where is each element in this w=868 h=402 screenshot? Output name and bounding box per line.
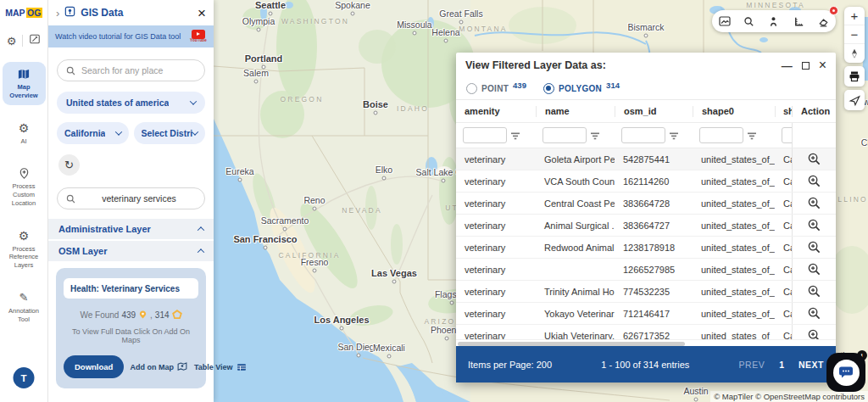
table-row[interactable]: veterinary1266527985united_states_of_...… xyxy=(456,259,836,281)
table-row[interactable]: veterinaryUkiah Veterinary...626717352un… xyxy=(456,325,836,339)
table-view-button[interactable]: Table View xyxy=(194,362,248,372)
maximize-icon[interactable] xyxy=(802,62,810,70)
radio-point-circle[interactable] xyxy=(466,83,477,94)
table-row[interactable]: veterinaryTrinity Animal Ho...774532235u… xyxy=(456,281,836,303)
zoom-to-feature-button[interactable] xyxy=(807,262,821,276)
zoom-to-feature-button[interactable] xyxy=(807,196,821,210)
filter-funnel-icon[interactable] xyxy=(748,128,756,143)
point-marker-icon xyxy=(138,310,147,320)
sidebar-item-ai[interactable]: ⚙AI xyxy=(3,116,46,151)
measure-button[interactable] xyxy=(790,13,807,30)
radio-polygon[interactable]: POLYGON314 xyxy=(543,83,620,94)
add-on-map-button[interactable]: Add on Map xyxy=(130,361,188,372)
mapog-logo[interactable]: MAPOG xyxy=(5,8,42,18)
cell-osm_id: 626717352 xyxy=(615,331,693,340)
keyword-search-input[interactable] xyxy=(81,193,197,204)
sidebar-item-annotation-tool[interactable]: ✎Annotation Tool xyxy=(3,286,46,329)
window-header: View Filtered Layer Data as: — × xyxy=(456,53,836,78)
zoom-to-feature-button[interactable] xyxy=(807,174,821,188)
prev-page-button[interactable]: PREV xyxy=(739,360,765,370)
country-select[interactable]: United states of america xyxy=(57,92,205,114)
pin-plus-icon xyxy=(18,166,31,180)
filter-input-shape0[interactable] xyxy=(699,127,743,143)
gis-data-icon xyxy=(64,5,76,21)
zoom-to-feature-button[interactable] xyxy=(807,328,821,339)
table-row[interactable]: veterinaryYokayo Veterinar...712146417un… xyxy=(456,303,836,325)
column-header-name[interactable]: name xyxy=(536,106,615,117)
radio-point[interactable]: POINT439 xyxy=(466,83,526,94)
chevron-down-icon xyxy=(114,128,121,135)
filter-input-amenity[interactable] xyxy=(463,127,507,143)
user-avatar[interactable]: T xyxy=(14,367,35,388)
sidebar-item-process-custom-location[interactable]: Process Custom Location xyxy=(3,161,46,212)
close-panel-icon[interactable]: × xyxy=(198,6,206,20)
cell-action xyxy=(792,215,836,236)
youtube-icon[interactable]: YouTube xyxy=(190,30,207,43)
zoom-out-button[interactable]: − xyxy=(844,25,865,44)
state-select[interactable]: California xyxy=(57,122,129,144)
radio-count: 439 xyxy=(513,81,526,90)
table-row[interactable]: veterinaryRedwood Animal...1238178918uni… xyxy=(456,237,836,259)
table-row[interactable]: veterinaryCentral Coast Pet...383664728u… xyxy=(456,193,836,215)
cell-shape0: united_states_of_... xyxy=(693,287,775,297)
sidebar-item-label: Process Custom Location xyxy=(3,182,45,207)
current-page-button[interactable]: 1 xyxy=(779,360,784,370)
print-button[interactable] xyxy=(844,66,865,87)
chevron-down-icon xyxy=(192,128,198,135)
scrollbar-thumb[interactable] xyxy=(458,342,685,346)
filter-funnel-icon[interactable] xyxy=(591,128,599,143)
collapse-chevron[interactable]: › xyxy=(56,8,59,19)
filter-funnel-icon[interactable] xyxy=(511,128,520,143)
items-per-page-label: Items per Page: 200 xyxy=(468,360,552,370)
sidebar-item-label: AI xyxy=(20,137,26,146)
feedback-icon[interactable] xyxy=(29,33,41,48)
table-row[interactable]: veterinaryAnimal Surgical ...383664727un… xyxy=(456,215,836,237)
column-header-sh[interactable]: sh xyxy=(775,106,792,117)
download-button[interactable]: Download xyxy=(64,355,124,378)
cell-amenity: veterinary xyxy=(456,265,536,275)
filter-input-osm-id[interactable] xyxy=(621,127,665,143)
layer-name-input[interactable] xyxy=(70,284,192,293)
column-header-amenity[interactable]: amenity xyxy=(456,106,536,117)
cell-action xyxy=(792,281,836,302)
zoom-to-feature-button[interactable] xyxy=(807,240,821,254)
close-icon[interactable]: × xyxy=(819,59,826,72)
cell-shape0: united_states_of_... xyxy=(693,331,775,340)
zoom-to-feature-button[interactable] xyxy=(807,152,821,166)
zoom-to-feature-button[interactable] xyxy=(807,218,821,232)
zoom-to-feature-button[interactable] xyxy=(807,306,821,321)
chat-widget-button[interactable] xyxy=(826,353,865,392)
filter-funnel-icon[interactable] xyxy=(670,128,678,143)
sidebar-item-process-reference-layers[interactable]: ⚙Process Reference Layers xyxy=(3,224,46,275)
locate-button[interactable] xyxy=(844,90,865,110)
compass-button[interactable] xyxy=(844,44,865,63)
table-row[interactable]: veterinaryGoleta Airport Pe...542875441u… xyxy=(456,148,836,170)
horizontal-scrollbar[interactable] xyxy=(456,339,836,346)
districts-select[interactable]: Select Districts xyxy=(134,122,206,144)
map-attribution: © MapTiler © OpenStreetMap contributors xyxy=(710,391,868,402)
zoom-in-button[interactable]: + xyxy=(844,7,865,25)
section-osm-layer[interactable]: OSM Layer xyxy=(48,241,214,261)
filter-input-name[interactable] xyxy=(542,127,587,143)
table-row[interactable]: veterinaryVCA South Count...162114260uni… xyxy=(456,170,836,193)
place-search-input[interactable] xyxy=(81,65,197,75)
search-tool-button[interactable] xyxy=(741,13,758,30)
settings-icon[interactable]: ⚙ xyxy=(7,36,17,47)
refresh-button[interactable]: ↻ xyxy=(58,154,80,176)
radio-polygon-circle[interactable] xyxy=(543,83,554,94)
filter-input-sh[interactable] xyxy=(782,127,792,143)
column-header-osm-id[interactable]: osm_id xyxy=(615,106,693,117)
divider xyxy=(22,35,23,47)
minimize-icon[interactable]: — xyxy=(782,59,793,72)
sidebar-item-map-overview[interactable]: Map Overview xyxy=(3,62,46,105)
street-view-button[interactable] xyxy=(765,13,782,30)
eraser-button[interactable] xyxy=(815,13,832,30)
zoom-to-feature-button[interactable] xyxy=(807,284,821,299)
sidebar-item-label: Map Overview xyxy=(3,83,45,100)
basemap-button[interactable] xyxy=(716,13,733,30)
section-administrative-layer[interactable]: Administrative Layer xyxy=(48,219,214,239)
cell-amenity: veterinary xyxy=(456,221,536,231)
video-tutorial-banner[interactable]: Watch video tutorial for GIS Data tool Y… xyxy=(48,25,214,47)
column-header-shape0[interactable]: shape0 xyxy=(693,106,775,117)
next-page-button[interactable]: NEXT xyxy=(798,360,824,370)
